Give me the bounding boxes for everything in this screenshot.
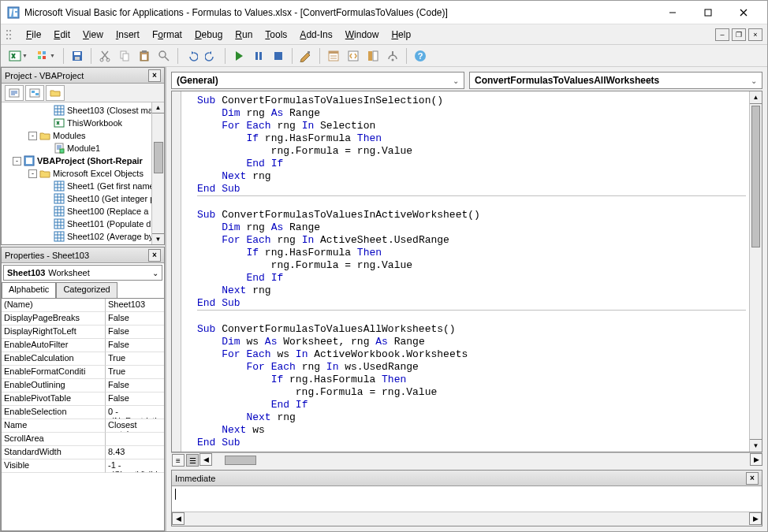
menu-insert[interactable]: Insert: [110, 27, 146, 43]
property-value[interactable]: False: [106, 379, 164, 392]
property-row[interactable]: (Name)Sheet103: [2, 299, 164, 312]
property-value[interactable]: True: [106, 366, 164, 379]
property-row[interactable]: EnableOutliningFalse: [2, 379, 164, 392]
property-value[interactable]: Closest match: [106, 419, 164, 433]
property-row[interactable]: EnablePivotTableFalse: [2, 392, 164, 406]
tree-item[interactable]: Sheet10 (Get integer p: [3, 192, 162, 205]
property-value[interactable]: False: [106, 326, 164, 339]
tree-item[interactable]: Sheet1 (Get first name: [3, 180, 162, 192]
object-combo[interactable]: (General) ⌄: [171, 72, 464, 89]
menu-tools[interactable]: Tools: [259, 27, 293, 43]
tree-item[interactable]: Sheet100 (Replace a c: [3, 205, 162, 218]
immediate-input[interactable]: [172, 486, 762, 512]
property-value[interactable]: True: [106, 352, 164, 366]
design-mode-button[interactable]: [297, 47, 315, 65]
tab-alphabetic[interactable]: Alphabetic: [2, 282, 56, 298]
property-row[interactable]: DisplayRightToLeftFalse: [2, 326, 164, 339]
code-editor[interactable]: Sub ConvertFormulasToValuesInSelection()…: [171, 91, 762, 452]
menu-format[interactable]: Format: [146, 27, 188, 43]
menu-edit[interactable]: Edit: [47, 27, 76, 43]
help-button[interactable]: ?: [412, 47, 429, 65]
code-horizontal-scrollbar[interactable]: [212, 453, 750, 467]
imm-horizontal-scrollbar[interactable]: [185, 512, 749, 526]
imm-hscroll-left-button[interactable]: ◀: [172, 512, 185, 525]
property-row[interactable]: StandardWidth8.43: [2, 446, 164, 459]
full-module-view-button[interactable]: ☰: [186, 454, 199, 467]
insert-userform-button[interactable]: ▼: [33, 47, 58, 65]
cut-button[interactable]: [96, 47, 114, 65]
mdi-close-button[interactable]: ×: [748, 28, 762, 41]
menu-view[interactable]: View: [76, 27, 110, 43]
property-row[interactable]: EnableCalculationTrue: [2, 352, 164, 366]
hscroll-right-button[interactable]: ▶: [750, 453, 762, 466]
properties-grid[interactable]: (Name)Sheet103DisplayPageBreaksFalseDisp…: [2, 298, 164, 530]
tree-item[interactable]: -Modules: [3, 129, 162, 142]
paste-button[interactable]: [136, 47, 153, 65]
tree-item[interactable]: -Microsoft Excel Objects: [3, 167, 162, 180]
project-explorer-button[interactable]: [325, 47, 342, 65]
tree-expander[interactable]: -: [13, 157, 21, 166]
mdi-minimize-button[interactable]: –: [715, 28, 729, 41]
property-row[interactable]: EnableFormatConditiTrue: [2, 366, 164, 379]
property-row[interactable]: Visible-1 - xlSheetVisible: [2, 459, 164, 473]
property-row[interactable]: EnableSelection0 - xlNoRestrictions: [2, 406, 164, 419]
menu-help[interactable]: Help: [385, 27, 417, 43]
code-vertical-scrollbar[interactable]: ▲ ▼: [749, 91, 762, 452]
menu-window[interactable]: Window: [339, 27, 386, 43]
toolbox-button[interactable]: [384, 47, 401, 65]
copy-button[interactable]: [116, 47, 133, 65]
undo-button[interactable]: [183, 47, 200, 65]
imm-hscroll-right-button[interactable]: ▶: [749, 512, 762, 525]
hscroll-left-button[interactable]: ◀: [199, 453, 212, 466]
view-object-button[interactable]: [25, 85, 44, 101]
tree-item[interactable]: Sheet102 (Average by: [3, 230, 162, 243]
minimize-button[interactable]: [654, 2, 690, 24]
property-value[interactable]: [106, 433, 164, 446]
tree-item[interactable]: -VBAProject (Short-Repair: [3, 154, 162, 167]
tab-categorized[interactable]: Categorized: [56, 282, 117, 298]
menu-addins[interactable]: Add-Ins: [293, 27, 338, 43]
toggle-folders-button[interactable]: [46, 85, 65, 101]
property-value[interactable]: False: [106, 392, 164, 406]
close-button[interactable]: [725, 2, 761, 24]
project-tree-scrollbar[interactable]: ▲ ▼: [151, 102, 164, 244]
tree-item[interactable]: Module1: [3, 142, 162, 154]
code-text[interactable]: Sub ConvertFormulasToValuesInSelection()…: [181, 91, 749, 452]
redo-button[interactable]: [203, 47, 220, 65]
project-tree[interactable]: Sheet103 (Closest matThisWorkbook-Module…: [2, 102, 164, 244]
tree-item[interactable]: Sheet101 (Populate dr: [3, 218, 162, 230]
property-row[interactable]: NameClosest match: [2, 419, 164, 433]
procedure-combo[interactable]: ConvertFormulasToValuesAllWorksheets ⌄: [469, 72, 762, 89]
menu-debug[interactable]: Debug: [188, 27, 229, 43]
immediate-close-button[interactable]: ×: [746, 472, 759, 485]
properties-object-selector[interactable]: Sheet103 Worksheet ⌄: [3, 265, 162, 281]
tree-item[interactable]: Sheet103 (Closest mat: [3, 104, 162, 117]
property-value[interactable]: -1 - xlSheetVisible: [106, 459, 164, 473]
property-row[interactable]: EnableAutoFilterFalse: [2, 339, 164, 352]
mdi-restore-button[interactable]: ❐: [732, 28, 746, 41]
tree-expander[interactable]: -: [28, 169, 37, 178]
maximize-button[interactable]: [690, 2, 725, 24]
property-row[interactable]: ScrollArea: [2, 433, 164, 446]
tree-expander[interactable]: -: [28, 132, 37, 140]
view-code-button[interactable]: [5, 85, 24, 101]
tree-item[interactable]: ThisWorkbook: [3, 117, 162, 129]
run-button[interactable]: [230, 47, 248, 65]
project-panel-close-button[interactable]: ×: [148, 69, 161, 82]
properties-panel-close-button[interactable]: ×: [148, 249, 161, 262]
save-button[interactable]: [69, 47, 86, 65]
property-value[interactable]: Sheet103: [106, 299, 164, 312]
property-value[interactable]: 0 - xlNoRestrictions: [106, 406, 164, 419]
properties-window-button[interactable]: [345, 47, 362, 65]
menu-file[interactable]: File: [20, 27, 47, 43]
property-value[interactable]: False: [106, 312, 164, 326]
break-button[interactable]: [250, 47, 267, 65]
property-row[interactable]: DisplayPageBreaksFalse: [2, 312, 164, 326]
menu-run[interactable]: Run: [229, 27, 259, 43]
procedure-view-button[interactable]: ≡: [172, 454, 185, 467]
reset-button[interactable]: [270, 47, 287, 65]
property-value[interactable]: 8.43: [106, 446, 164, 459]
object-browser-button[interactable]: [364, 47, 382, 65]
property-value[interactable]: False: [106, 339, 164, 352]
find-button[interactable]: [155, 47, 173, 65]
